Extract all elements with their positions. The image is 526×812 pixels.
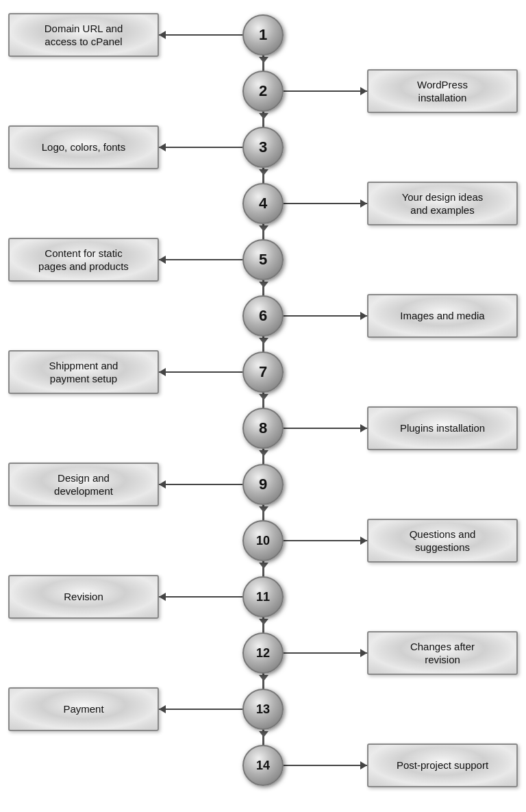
arrow-3: [159, 147, 242, 148]
box-11: Revision: [8, 575, 159, 619]
circle-11: 11: [242, 576, 284, 617]
arrow-12: [284, 652, 367, 654]
down-arrow-12: [259, 675, 268, 681]
down-arrow-9: [259, 506, 268, 513]
down-arrow-3: [259, 169, 268, 175]
step-row-6: 6Images and media: [0, 288, 526, 344]
circle-14: 14: [242, 745, 284, 786]
arrow-2: [284, 90, 367, 92]
circle-1: 1: [242, 14, 284, 56]
circle-10: 10: [242, 520, 284, 561]
down-arrow-10: [259, 563, 268, 569]
circle-13: 13: [242, 689, 284, 730]
circle-5: 5: [242, 239, 284, 280]
circle-9: 9: [242, 464, 284, 505]
arrow-9: [159, 484, 242, 485]
down-arrow-11: [259, 619, 268, 625]
down-arrow-1: [259, 57, 268, 63]
circle-7: 7: [242, 352, 284, 393]
step-row-3: 3Logo, colors, fonts: [0, 119, 526, 175]
step-row-9: 9Design and development: [0, 456, 526, 513]
box-6: Images and media: [367, 294, 518, 338]
step-row-2: 2WordPress installation: [0, 63, 526, 119]
step-row-1: 1Domain URL and access to cPanel: [0, 7, 526, 63]
step-row-13: 13Payment: [0, 681, 526, 737]
circle-6: 6: [242, 295, 284, 336]
step-row-7: 7Shippment and payment setup: [0, 344, 526, 400]
arrow-6: [284, 315, 367, 317]
down-arrow-2: [259, 113, 268, 119]
box-2: WordPress installation: [367, 69, 518, 113]
down-arrow-7: [259, 394, 268, 400]
arrow-4: [284, 203, 367, 204]
box-5: Content for static pages and products: [8, 238, 159, 282]
circle-2: 2: [242, 71, 284, 112]
circle-4: 4: [242, 183, 284, 224]
down-arrow-4: [259, 225, 268, 232]
box-1: Domain URL and access to cPanel: [8, 13, 159, 57]
box-14: Post-project support: [367, 743, 518, 787]
box-7: Shippment and payment setup: [8, 350, 159, 394]
arrow-8: [284, 428, 367, 429]
arrow-13: [159, 709, 242, 710]
box-13: Payment: [8, 687, 159, 731]
step-row-10: 10Questions and suggestions: [0, 513, 526, 569]
arrow-11: [159, 596, 242, 598]
box-8: Plugins installation: [367, 406, 518, 450]
down-arrow-8: [259, 450, 268, 456]
box-4: Your design ideas and examples: [367, 182, 518, 225]
box-12: Changes after revision: [367, 631, 518, 675]
step-row-11: 11Revision: [0, 569, 526, 625]
box-3: Logo, colors, fonts: [8, 125, 159, 169]
diagram-container: 1Domain URL and access to cPanel2WordPre…: [0, 0, 526, 812]
step-row-8: 8Plugins installation: [0, 400, 526, 456]
arrow-1: [159, 34, 242, 36]
step-row-12: 12Changes after revision: [0, 625, 526, 681]
box-10: Questions and suggestions: [367, 519, 518, 563]
box-9: Design and development: [8, 463, 159, 506]
step-row-5: 5Content for static pages and products: [0, 232, 526, 288]
arrow-7: [159, 371, 242, 373]
step-row-4: 4Your design ideas and examples: [0, 175, 526, 232]
arrow-10: [284, 540, 367, 541]
step-row-14: 14Post-project support: [0, 737, 526, 793]
circle-12: 12: [242, 632, 284, 674]
circle-3: 3: [242, 127, 284, 168]
arrow-5: [159, 259, 242, 260]
down-arrow-5: [259, 282, 268, 288]
arrow-14: [284, 765, 367, 766]
down-arrow-6: [259, 338, 268, 344]
down-arrow-13: [259, 731, 268, 737]
circle-8: 8: [242, 408, 284, 449]
